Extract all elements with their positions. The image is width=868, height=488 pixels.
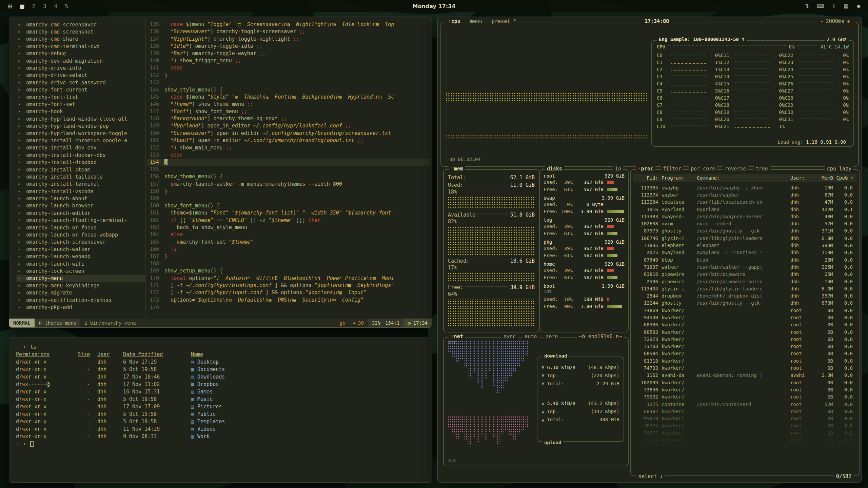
file-item[interactable]: ∗omarchy-launch-floating-terminal- — [16, 217, 145, 224]
process-row[interactable]: 72973kworker/root0B0.0 — [633, 336, 857, 343]
file-item[interactable]: ∗omarchy-launch-browser — [16, 202, 145, 209]
file-item[interactable]: ∗omarchy-install-chromium-google-a — [16, 137, 145, 144]
process-row[interactable]: 113404glycin-i/usr/lib/glycin-loadersdhh… — [633, 285, 857, 292]
file-item[interactable]: ∗omarchy-cmd-screensaver — [16, 21, 145, 28]
code-editor[interactable]: 135 case $(menu "Toggle" "▢ Screensaver\… — [147, 21, 430, 319]
file-item[interactable]: ∗omarchy-font-current — [16, 86, 145, 94]
process-column-headers[interactable]: Pid: Program: Command: User: MemB Cpu% ↑ — [633, 174, 857, 182]
auto-toggle[interactable]: auto — [522, 333, 539, 340]
process-row[interactable]: 74869kworker/root0B0.0 — [633, 307, 857, 314]
process-row[interactable]: 63816pipewire/usr/bin/pipewiredhh25M0.0 — [633, 271, 857, 278]
file-item[interactable]: ∗omarchy-pkg-add — [16, 304, 145, 311]
process-row[interactable]: 73656kworker/root0B0.0 — [633, 386, 857, 393]
file-item[interactable]: ∗omarchy-font-list — [16, 94, 145, 101]
file-item[interactable]: ∗omarchy-menu — [16, 275, 145, 282]
process-row[interactable]: 102638nvimnvim --embed .dhh57M0.0 — [633, 220, 857, 227]
sync-toggle[interactable]: sync — [501, 333, 518, 340]
bluetooth-icon[interactable]: ᛒ — [832, 3, 835, 9]
file-item[interactable]: ∗omarchy-launch-or-focus — [16, 224, 145, 231]
file-item[interactable]: ∗omarchy-install-tailscale — [16, 173, 145, 180]
workspace-button[interactable]: 5 — [65, 3, 68, 9]
prompt-line[interactable]: ~ › — [16, 440, 425, 448]
interval-increase-button[interactable]: + — [847, 18, 850, 24]
process-row[interactable]: 113383swayosd-/usr/bin/swayosd-serverdhh… — [633, 213, 857, 220]
process-row[interactable]: 71835elephantelephantdhh393M0.0 — [633, 242, 857, 249]
select-hint[interactable]: select ↓ — [636, 473, 665, 480]
file-item[interactable]: ∗omarchy-launch-editor — [16, 209, 145, 217]
file-item[interactable]: ∗omarchy-font-set — [16, 101, 145, 108]
workspace-active-icon[interactable]: ■ — [19, 3, 24, 9]
file-item[interactable]: ∗omarchy-dev-add-migration — [16, 57, 145, 64]
file-item[interactable]: ∗omarchy-hyprland-window-close-all — [16, 115, 145, 122]
file-item[interactable]: ∗omarchy-drive-info — [16, 64, 145, 72]
file-item[interactable]: ∗omarchy-menu-keybindings — [16, 282, 145, 289]
filter-button[interactable]: filter — [661, 166, 683, 172]
process-row[interactable]: 76375kworker/root0B0.0 — [633, 422, 857, 429]
process-row[interactable]: 1162avahi-daavahi-daemon: running [avahi… — [633, 372, 857, 379]
file-item[interactable]: ∗omarchy-install-dropbox — [16, 159, 145, 166]
interface-selector[interactable]: ←b enp191s0 n→ — [577, 333, 624, 340]
keyboard-layout-icon[interactable]: ⌨ — [817, 3, 825, 9]
process-row[interactable]: 94540kworker/root0B0.0 — [633, 314, 857, 321]
file-item[interactable]: ∗omarchy-cmd-terminal-cwd — [16, 43, 145, 50]
reverse-toggle[interactable]: reverse — [723, 166, 748, 172]
zero-toggle[interactable]: zero — [544, 333, 560, 340]
file-item[interactable]: ∗omarchy-install-dev-env — [16, 144, 145, 151]
file-item[interactable]: ∗omarchy-notification-dismiss — [16, 297, 145, 304]
process-row[interactable]: 68482kworker/root0B0.0 — [633, 408, 857, 415]
process-row[interactable]: 76577kworker/root0B0.0 — [633, 429, 857, 436]
file-item[interactable]: ∗omarchy-lock-screen — [16, 267, 145, 274]
file-item[interactable]: ∗omarchy-cmd-screenshot — [16, 28, 145, 35]
process-row[interactable]: 87649btopbtopdhh26M0.0 — [633, 256, 857, 263]
process-row[interactable]: 113365swaybg/usr/bin/swaybg -i /homdhh13… — [633, 184, 857, 191]
file-item[interactable]: ∗omarchy-migrate — [16, 289, 145, 296]
process-row[interactable]: 87573ghostty/usr/bin/ghostty --gtk-dhh37… — [633, 227, 857, 235]
file-item[interactable]: ∗omarchy-launch-or-focus-webapp — [16, 231, 145, 238]
process-row[interactable]: 71837walker/usr/bin/walker --gappldhh325… — [633, 263, 857, 270]
file-item[interactable]: ∗omarchy-install-vscode — [16, 188, 145, 195]
tree-toggle[interactable]: tree — [754, 166, 770, 172]
file-item[interactable]: ∗omarchy-install-steam — [16, 166, 145, 173]
process-row[interactable]: 68586kworker/root0B0.0 — [633, 321, 857, 328]
process-row[interactable]: 2544dropbox/home/dhh/.dropbox-distdhh357… — [633, 292, 857, 299]
apps-icon[interactable]: ▦ — [844, 3, 848, 9]
file-item[interactable]: ∗omarchy-install-terminal — [16, 181, 145, 188]
process-row[interactable]: 68584kworker/root0B0.0 — [633, 350, 857, 357]
process-row[interactable]: 2075XwaylandXwayland :1 -rootless -dhh11… — [633, 249, 857, 256]
process-row[interactable]: 113284localsea/usr/lib/localsearch-exdhh… — [633, 199, 857, 206]
process-row[interactable]: 106746glycin-i/usr/lib/glycin-loadersdhh… — [633, 235, 857, 242]
pane-divider[interactable] — [145, 17, 146, 319]
file-item[interactable]: ∗omarchy-cmd-share — [16, 36, 145, 43]
terminal-body[interactable]: ~ › ls Permissions Size User Date Modifi… — [9, 338, 432, 453]
process-row[interactable]: 79032kworker/root0B0.0 — [633, 393, 857, 401]
network-traffic-icon[interactable]: ⇅ — [805, 3, 809, 9]
sort-mode-selector[interactable]: cpu lazy — [825, 166, 853, 172]
process-row[interactable]: 102099kworker/root0B0.0 — [633, 379, 857, 386]
file-item[interactable]: ∗omarchy-launch-walker — [16, 246, 145, 253]
preset-button[interactable]: preset * — [490, 18, 518, 24]
file-item[interactable]: ∗omarchy-debug — [16, 50, 145, 57]
file-item[interactable]: ∗omarchy-launch-webapp — [16, 253, 145, 260]
file-item[interactable]: ∗omarchy-install-docker-dbs — [16, 151, 145, 159]
process-row[interactable]: 113374waybar/usr/bin/waybardhh67M0.0 — [633, 191, 857, 198]
process-row[interactable]: 74733kworker/root0B0.0 — [633, 364, 857, 371]
interval-decrease-button[interactable]: - — [820, 18, 823, 24]
workspace-button[interactable]: 2 — [32, 3, 36, 9]
omarchy-logo-icon[interactable]: ⊞ — [7, 3, 12, 9]
per-core-toggle[interactable]: per-core — [689, 166, 717, 172]
process-row[interactable]: 77069kworker/root0B0.0 — [633, 436, 857, 444]
menu-button[interactable]: menu — [468, 18, 484, 24]
process-row[interactable]: 12244ghostty/usr/bin/ghostty --gtk-dhh87… — [633, 300, 857, 307]
workspace-button[interactable]: 4 — [54, 3, 57, 9]
process-row[interactable]: 81318kworker/root0B0.0 — [633, 357, 857, 364]
workspace-button[interactable]: 3 — [43, 3, 46, 9]
file-item[interactable]: ∗omarchy-launch-about — [16, 195, 145, 202]
process-row[interactable]: 95673kworker/root0B0.0 — [633, 415, 857, 422]
battery-icon[interactable]: ◆ — [856, 3, 861, 9]
file-item[interactable]: ∗omarchy-drive-select — [16, 72, 145, 79]
process-row[interactable]: 68583kworker/root0B0.0 — [633, 328, 857, 336]
disks-tab[interactable]: disks — [545, 166, 564, 172]
file-item[interactable]: ∗omarchy-hyprland-window-pop — [16, 122, 145, 129]
file-item[interactable]: ∗omarchy-hyprland-workspace-toggle — [16, 130, 145, 137]
process-row[interactable]: 1275containe/usr/bin/containerdroot52M0.… — [633, 401, 857, 408]
